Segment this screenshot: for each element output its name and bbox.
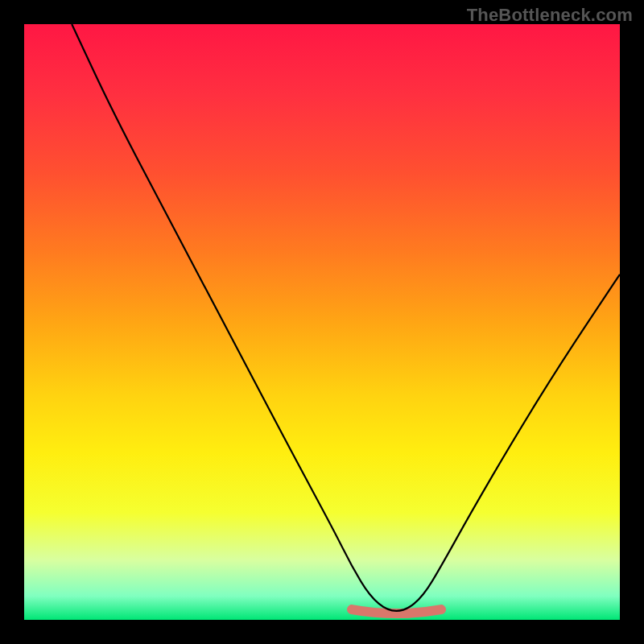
watermark-label: TheBottleneck.com — [467, 5, 633, 26]
bottleneck-chart — [0, 0, 644, 644]
chart-container: { "watermark": "TheBottleneck.com", "cha… — [0, 0, 644, 644]
